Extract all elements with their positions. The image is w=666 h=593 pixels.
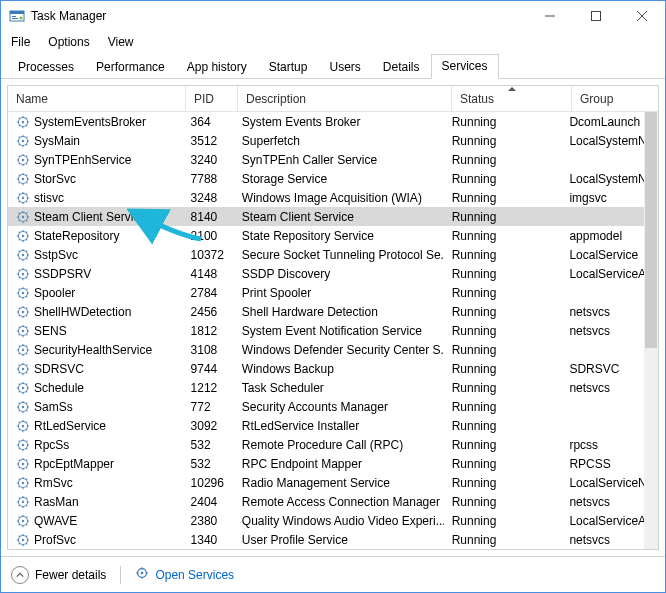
cell-name: SystemEventsBroker (8, 115, 183, 129)
tab-users[interactable]: Users (318, 55, 371, 79)
cell-group: LocalServiceN... (561, 476, 644, 490)
tab-performance[interactable]: Performance (85, 55, 176, 79)
cell-description: RtLedService Installer (234, 419, 444, 433)
tab-processes[interactable]: Processes (7, 55, 85, 79)
menu-options[interactable]: Options (48, 35, 89, 49)
table-row[interactable]: SynTPEnhService3240SynTPEnh Caller Servi… (8, 150, 644, 169)
svg-line-216 (26, 505, 27, 506)
svg-line-75 (19, 231, 20, 232)
cell-status: Running (444, 419, 562, 433)
cell-name: ShellHWDetection (8, 305, 183, 319)
close-button[interactable] (619, 1, 665, 31)
tab-services[interactable]: Services (431, 54, 499, 79)
minimize-button[interactable] (527, 1, 573, 31)
svg-line-226 (26, 524, 27, 525)
table-row[interactable]: StateRepository2100State Repository Serv… (8, 226, 644, 245)
cell-pid: 3240 (183, 153, 234, 167)
cell-pid: 8140 (183, 210, 234, 224)
cell-pid: 2100 (183, 229, 234, 243)
table-row[interactable]: SstpSvc10372Secure Socket Tunneling Prot… (8, 245, 644, 264)
svg-line-188 (26, 440, 27, 441)
table-row[interactable]: SDRSVC9744Windows BackupRunningSDRSVC (8, 359, 644, 378)
svg-line-157 (19, 391, 20, 392)
col-name[interactable]: Name (8, 86, 186, 111)
scrollbar-thumb[interactable] (645, 112, 657, 348)
separator (120, 566, 121, 584)
table-row[interactable]: stisvc3248Windows Image Acquisition (WIA… (8, 188, 644, 207)
service-icon (16, 533, 30, 547)
table-row[interactable]: Steam Client Service8140Steam Client Ser… (8, 207, 644, 226)
svg-line-57 (19, 201, 20, 202)
table-row[interactable]: Spooler2784Print SpoolerRunning (8, 283, 644, 302)
cell-description: Windows Backup (234, 362, 444, 376)
cell-description: Storage Service (234, 172, 444, 186)
svg-line-88 (26, 250, 27, 251)
cell-description: Steam Client Service (234, 210, 444, 224)
tab-startup[interactable]: Startup (258, 55, 319, 79)
svg-line-125 (19, 326, 20, 327)
maximize-button[interactable] (573, 1, 619, 31)
cell-name: RpcEptMapper (8, 457, 183, 471)
svg-point-200 (22, 481, 24, 483)
table-row[interactable]: RasMan2404Remote Access Connection Manag… (8, 492, 644, 511)
table-row[interactable]: RtLedService3092RtLedService InstallerRu… (8, 416, 644, 435)
fewer-details-button[interactable]: Fewer details (35, 568, 106, 582)
tab-details[interactable]: Details (372, 55, 431, 79)
cell-group: appmodel (561, 229, 644, 243)
tab-app-history[interactable]: App history (176, 55, 258, 79)
svg-point-210 (22, 500, 24, 502)
col-description[interactable]: Description (238, 86, 452, 111)
svg-line-47 (19, 182, 20, 183)
cell-name: Steam Client Service (8, 210, 183, 224)
footer-bar: Fewer details Open Services (1, 556, 665, 592)
open-services-link[interactable]: Open Services (135, 566, 234, 583)
svg-line-127 (19, 334, 20, 335)
cell-name: SENS (8, 324, 183, 338)
app-icon (9, 8, 25, 24)
svg-rect-2 (12, 16, 16, 17)
col-pid[interactable]: PID (186, 86, 238, 111)
service-icon (16, 267, 30, 281)
table-row[interactable]: SecurityHealthService3108Windows Defende… (8, 340, 644, 359)
table-row[interactable]: SSDPSRV4148SSDP DiscoveryRunningLocalSer… (8, 264, 644, 283)
table-row[interactable]: ShellHWDetection2456Shell Hardware Detec… (8, 302, 644, 321)
table-row[interactable]: RpcSs532Remote Procedure Call (RPC)Runni… (8, 435, 644, 454)
cell-description: Superfetch (234, 134, 444, 148)
cell-name: RpcSs (8, 438, 183, 452)
svg-line-215 (19, 497, 20, 498)
col-group[interactable]: Group (572, 86, 656, 111)
menu-view[interactable]: View (108, 35, 134, 49)
menu-file[interactable]: File (11, 35, 30, 49)
cell-name: SynTPEnhService (8, 153, 183, 167)
svg-line-107 (19, 296, 20, 297)
cell-pid: 2456 (183, 305, 234, 319)
table-row[interactable]: QWAVE2380Quality Windows Audio Video Exp… (8, 511, 644, 530)
table-row[interactable]: Schedule1212Task SchedulerRunningnetsvcs (8, 378, 644, 397)
col-status[interactable]: Status (452, 86, 572, 111)
service-icon (16, 229, 30, 243)
svg-line-146 (26, 372, 27, 373)
cell-status: Running (444, 381, 562, 395)
table-row[interactable]: SENS1812System Event Notification Servic… (8, 321, 644, 340)
table-row[interactable]: SamSs772Security Accounts ManagerRunning (8, 397, 644, 416)
cell-group: RPCSS (561, 457, 644, 471)
table-row[interactable]: RpcEptMapper532RPC Endpoint MapperRunnin… (8, 454, 644, 473)
cell-name: SysMain (8, 134, 183, 148)
services-table: Name PID Description Status Group System… (7, 85, 659, 550)
svg-point-110 (22, 310, 24, 312)
cell-pid: 3092 (183, 419, 234, 433)
table-row[interactable]: StorSvc7788Storage ServiceRunningLocalSy… (8, 169, 644, 188)
table-row[interactable]: ProfSvc1340User Profile ServiceRunningne… (8, 530, 644, 549)
svg-rect-6 (592, 12, 601, 21)
table-row[interactable]: SysMain3512SuperfetchRunningLocalSystemN… (8, 131, 644, 150)
svg-line-27 (19, 144, 20, 145)
table-row[interactable]: SystemEventsBroker364System Events Broke… (8, 112, 644, 131)
svg-line-185 (19, 440, 20, 441)
vertical-scrollbar[interactable] (644, 112, 658, 549)
cell-group: DcomLaunch (561, 115, 644, 129)
svg-line-186 (26, 448, 27, 449)
svg-line-117 (19, 315, 20, 316)
cell-pid: 1812 (183, 324, 234, 338)
table-row[interactable]: RmSvc10296Radio Management ServiceRunnin… (8, 473, 644, 492)
cell-name: SecurityHealthService (8, 343, 183, 357)
